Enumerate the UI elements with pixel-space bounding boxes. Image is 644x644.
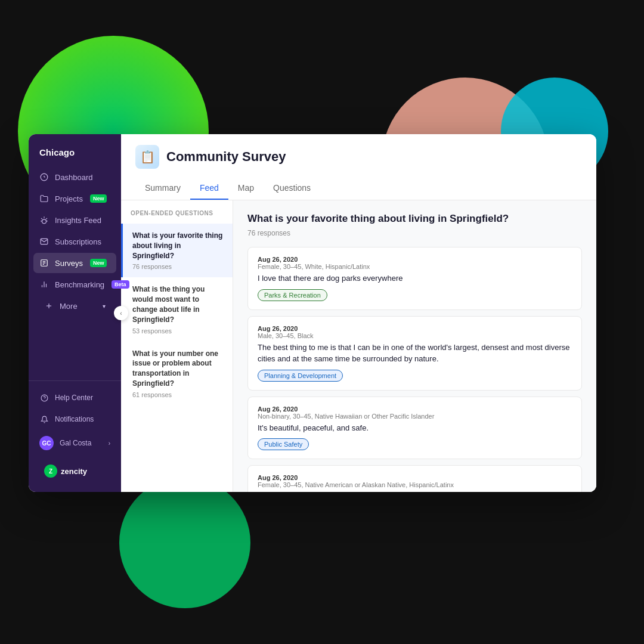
sidebar-item-notifications[interactable]: Notifications — [33, 410, 116, 429]
sidebar-more-label: More — [60, 302, 78, 311]
svg-point-8 — [42, 219, 47, 224]
sidebar-item-dashboard[interactable]: Dashboard — [33, 167, 116, 187]
surveys-badge: New — [90, 259, 107, 267]
sidebar-item-benchmarking[interactable]: Benchmarking Beta — [33, 274, 116, 295]
response-card-4: Aug 26, 2020 Female, 30–45, Native Ameri… — [247, 465, 582, 492]
sidebar-user-item[interactable]: GC Gal Costa › — [33, 431, 116, 455]
tab-map[interactable]: Map — [228, 177, 264, 200]
sidebar-city-label: Chicago — [29, 134, 121, 167]
responses-question-title: What is your favorite thing about living… — [247, 212, 582, 225]
sidebar-collapse-button[interactable]: ‹ — [114, 306, 128, 320]
benchmarking-badge: Beta — [112, 280, 129, 289]
sidebar-item-help[interactable]: Help Center — [33, 388, 116, 407]
response-date-4: Aug 26, 2020 — [258, 474, 298, 481]
sidebar-item-subscriptions[interactable]: Subscriptions — [33, 231, 116, 252]
sidebar-bottom: Help Center Notifications GC Gal Costa ›… — [29, 380, 121, 492]
main-content: 📋 Community Survey Summary Feed Map Ques… — [121, 134, 596, 492]
chart-icon — [39, 280, 49, 289]
main-tabs: Summary Feed Map Questions — [135, 177, 582, 200]
response-date-3: Aug 26, 2020 — [258, 405, 298, 413]
chevron-right-icon: › — [109, 440, 110, 447]
responses-panel: What is your favorite thing about living… — [233, 200, 596, 492]
response-meta-3: Aug 26, 2020 Non-binary, 30–45, Native H… — [258, 405, 572, 420]
question-text-3: What is your number one issue or problem… — [132, 349, 223, 389]
response-meta-1: Aug 26, 2020 Female, 30–45, White, Hispa… — [258, 256, 572, 270]
questions-panel: OPEN-ENDED QUESTIONS What is your favori… — [121, 200, 233, 492]
sidebar-item-label-notifications: Notifications — [55, 415, 94, 423]
sidebar-item-label-dashboard: Dashboard — [55, 173, 93, 182]
response-card-1: Aug 26, 2020 Female, 30–45, White, Hispa… — [247, 247, 582, 310]
survey-title: Community Survey — [166, 149, 286, 165]
response-meta-2: Aug 26, 2020 Male, 30–45, Black — [258, 325, 572, 339]
response-tag-1[interactable]: Parks & Recreation — [258, 289, 327, 301]
sidebar-item-projects[interactable]: Projects New — [33, 188, 116, 209]
mail-icon — [39, 237, 49, 246]
question-responses-1: 76 responses — [132, 263, 223, 270]
logo-icon: Z — [44, 465, 57, 478]
folder-icon — [39, 194, 49, 203]
response-tag-3[interactable]: Public Safety — [258, 438, 309, 450]
tab-questions[interactable]: Questions — [264, 177, 320, 200]
surveys-icon — [39, 258, 49, 268]
svg-line-4 — [46, 218, 47, 219]
dashboard-icon — [39, 172, 49, 182]
question-item-2[interactable]: What is the thing you would most want to… — [121, 277, 233, 341]
response-date-2: Aug 26, 2020 — [258, 325, 298, 332]
main-header: 📋 Community Survey Summary Feed Map Ques… — [121, 134, 596, 200]
zencity-logo: Z zencity — [33, 457, 116, 485]
response-demographics-4: Female, 30–45, Native American or Alaska… — [258, 481, 454, 488]
question-responses-2: 53 responses — [132, 327, 223, 335]
sidebar-nav: Dashboard Projects New Insights Feed — [29, 167, 121, 380]
sidebar-item-label-subscriptions: Subscriptions — [55, 237, 101, 246]
response-tag-2[interactable]: Planning & Development — [258, 370, 343, 382]
response-demographics-1: Female, 30–45, White, Hispanic/Latinx — [258, 263, 370, 270]
sidebar-item-label-projects: Projects — [55, 194, 83, 203]
sidebar-item-label-help: Help Center — [55, 394, 93, 402]
tab-feed[interactable]: Feed — [190, 177, 228, 200]
sidebar-item-surveys[interactable]: Surveys New — [33, 253, 116, 273]
lightbulb-icon — [39, 215, 49, 225]
response-text-1: I love that there are dog parks everywhe… — [258, 273, 572, 284]
response-demographics-2: Male, 30–45, Black — [258, 332, 314, 339]
svg-line-6 — [41, 218, 42, 219]
panel-section-label: OPEN-ENDED QUESTIONS — [121, 210, 233, 216]
response-text-3: It's beautiful, peaceful, and safe. — [258, 422, 572, 434]
projects-badge: New — [90, 194, 107, 203]
question-text-1: What is your favorite thing about living… — [132, 231, 223, 261]
sidebar-more-button[interactable]: More ▾ — [38, 296, 112, 316]
question-responses-3: 61 responses — [132, 391, 223, 398]
content-area: OPEN-ENDED QUESTIONS What is your favori… — [121, 200, 596, 492]
response-meta-4: Aug 26, 2020 Female, 30–45, Native Ameri… — [258, 474, 572, 488]
response-card-2: Aug 26, 2020 Male, 30–45, Black The best… — [247, 316, 582, 391]
bg-decoration-green2 — [119, 477, 250, 608]
help-icon — [39, 393, 49, 402]
sidebar-user-name: Gal Costa — [60, 439, 91, 447]
chevron-down-icon: ▾ — [103, 303, 106, 309]
sidebar-item-insights-feed[interactable]: Insights Feed — [33, 210, 116, 230]
response-card-3: Aug 26, 2020 Non-binary, 30–45, Native H… — [247, 397, 582, 460]
question-item-3[interactable]: What is your number one issue or problem… — [121, 342, 233, 405]
survey-title-row: 📋 Community Survey — [135, 145, 582, 169]
sidebar-item-label-insights: Insights Feed — [55, 216, 101, 225]
responses-header: What is your favorite thing about living… — [247, 212, 582, 237]
logo-label: zencity — [61, 467, 87, 476]
sidebar-item-label-surveys: Surveys — [55, 259, 83, 268]
avatar: GC — [39, 436, 54, 450]
response-demographics-3: Non-binary, 30–45, Native Hawaiian or Ot… — [258, 413, 434, 420]
sidebar-item-label-benchmarking: Benchmarking — [55, 280, 104, 289]
response-text-2: The best thing to me is that I can be in… — [258, 342, 572, 365]
bell-icon — [39, 414, 49, 424]
response-text-4: I love the people: the diversity, their … — [258, 491, 572, 492]
response-date-1: Aug 26, 2020 — [258, 256, 298, 263]
plus-icon — [44, 301, 54, 311]
survey-icon: 📋 — [135, 145, 159, 169]
question-text-2: What is the thing you would most want to… — [132, 284, 223, 324]
responses-total: 76 responses — [247, 229, 582, 237]
sidebar: Chicago Dashboard Projects New Insigh — [29, 134, 121, 492]
tab-summary[interactable]: Summary — [135, 177, 190, 200]
app-window: Chicago Dashboard Projects New Insigh — [29, 134, 596, 492]
question-item-1[interactable]: What is your favorite thing about living… — [121, 224, 233, 277]
